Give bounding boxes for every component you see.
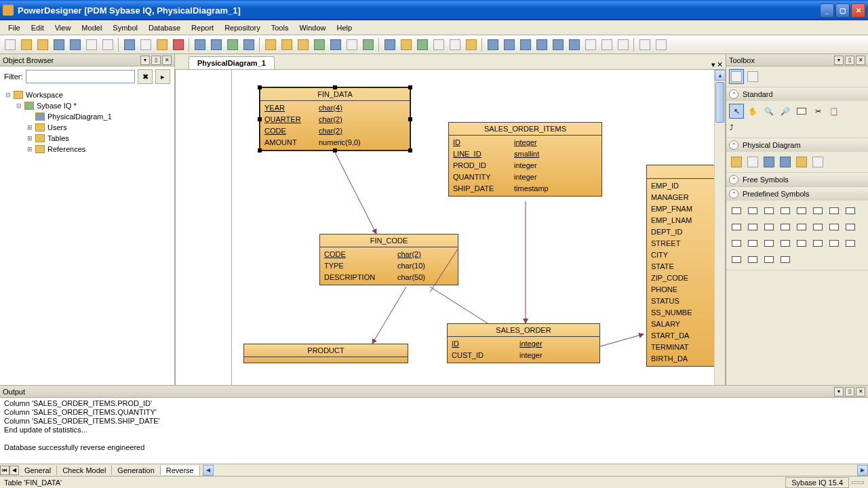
predef-shape[interactable] bbox=[745, 252, 760, 267]
tb-arrow[interactable] bbox=[464, 37, 479, 52]
tb-undo[interactable] bbox=[193, 37, 208, 52]
predef-shape[interactable] bbox=[762, 220, 776, 235]
tb-db7[interactable] bbox=[361, 37, 376, 52]
canvas-close-button[interactable]: ✕ bbox=[717, 60, 723, 69]
entity-fin-code[interactable]: FIN_CODE CODEchar(2)TYPEchar(10)DESCRIPT… bbox=[319, 234, 458, 285]
tb-new[interactable] bbox=[3, 37, 18, 52]
tbx-free-header[interactable]: ⌃Free Symbols bbox=[726, 173, 868, 186]
browser-dropdown-button[interactable]: ▾ bbox=[140, 56, 150, 65]
close-button[interactable]: ✕ bbox=[851, 3, 865, 18]
toolbox-close-button[interactable]: ✕ bbox=[856, 56, 865, 65]
tool-hand[interactable]: ✋ bbox=[745, 104, 760, 119]
tb-align1[interactable] bbox=[431, 37, 446, 52]
tb-open[interactable] bbox=[19, 37, 34, 52]
canvas-dropdown-button[interactable]: ▾ bbox=[711, 60, 715, 69]
tool-prop[interactable] bbox=[794, 104, 809, 119]
tb-open2[interactable] bbox=[35, 37, 50, 52]
tb-print[interactable] bbox=[100, 37, 115, 52]
tool-file[interactable] bbox=[810, 155, 825, 169]
entity-fin-data[interactable]: FIN_DATA YEARchar(4)QUARTERchar(2)CODEch… bbox=[260, 87, 410, 150]
predef-shape[interactable] bbox=[827, 236, 842, 251]
tbx-grid2[interactable] bbox=[745, 69, 760, 84]
predef-shape[interactable] bbox=[794, 220, 809, 235]
predef-shape[interactable] bbox=[827, 220, 842, 235]
menu-help[interactable]: Help bbox=[332, 22, 358, 33]
predef-shape[interactable] bbox=[762, 252, 776, 267]
tb-cut[interactable] bbox=[122, 37, 137, 52]
tb-saveall[interactable] bbox=[68, 37, 83, 52]
predef-shape[interactable] bbox=[843, 236, 858, 251]
entity-employee[interactable]: EMP_IDMANAGEREMP_FNAMEMP_LNAMDEPT_IDSTRE… bbox=[646, 165, 714, 367]
tbx-standard-header[interactable]: ⌃Standard bbox=[726, 87, 868, 101]
menu-file[interactable]: File bbox=[3, 22, 26, 33]
predef-shape[interactable] bbox=[729, 236, 744, 251]
output-pin-button[interactable]: ▯ bbox=[845, 387, 854, 396]
predef-shape[interactable] bbox=[762, 236, 776, 251]
menu-tools[interactable]: Tools bbox=[266, 22, 294, 33]
tb-layout5[interactable] bbox=[551, 37, 566, 52]
menu-view[interactable]: View bbox=[50, 22, 77, 33]
tb-print3[interactable] bbox=[654, 37, 669, 52]
tree-diagram[interactable]: PhysicalDiagram_1 bbox=[0, 111, 174, 122]
output-dropdown-button[interactable]: ▾ bbox=[834, 387, 844, 396]
tb-db2[interactable] bbox=[279, 37, 294, 52]
predef-shape[interactable] bbox=[810, 220, 825, 235]
tb-layout2[interactable] bbox=[502, 37, 517, 52]
otab-prev[interactable]: ◀ bbox=[9, 466, 19, 475]
otab-general[interactable]: General bbox=[19, 466, 57, 475]
tool-procedure[interactable] bbox=[794, 155, 809, 169]
predef-shape[interactable] bbox=[810, 236, 825, 251]
predef-shape[interactable] bbox=[729, 252, 744, 267]
tree-tables[interactable]: ⊞Tables bbox=[0, 133, 174, 144]
tb-impact[interactable] bbox=[399, 37, 414, 52]
predef-shape[interactable] bbox=[810, 203, 825, 218]
predef-shape[interactable] bbox=[778, 252, 793, 267]
tree-users[interactable]: ⊞Users bbox=[0, 122, 174, 133]
tb-redo[interactable] bbox=[209, 37, 224, 52]
menu-model[interactable]: Model bbox=[76, 22, 107, 33]
tb-db4[interactable] bbox=[312, 37, 327, 52]
tb-text[interactable] bbox=[415, 37, 430, 52]
entity-product[interactable]: PRODUCT bbox=[243, 344, 408, 363]
tb-db5[interactable] bbox=[328, 37, 343, 52]
predef-shape[interactable] bbox=[745, 220, 760, 235]
tb-print2[interactable] bbox=[637, 37, 652, 52]
output-hscroll[interactable]: ◀ ▶ bbox=[203, 465, 868, 476]
predef-shape[interactable] bbox=[745, 236, 760, 251]
tb-layout3[interactable] bbox=[518, 37, 533, 52]
tb-db1[interactable] bbox=[263, 37, 278, 52]
tb-layout6[interactable] bbox=[567, 37, 582, 52]
tbx-predefined-header[interactable]: ⌃Predefined Symbols bbox=[726, 187, 868, 201]
tb-find[interactable] bbox=[225, 37, 240, 52]
tb-check[interactable] bbox=[382, 37, 397, 52]
otab-generation[interactable]: Generation bbox=[112, 466, 160, 475]
tree-model[interactable]: ⊟Sybase IQ * bbox=[0, 100, 174, 111]
tool-connector[interactable]: ⤴ bbox=[729, 120, 865, 135]
vscroll-thumb[interactable] bbox=[715, 82, 724, 123]
predef-shape[interactable] bbox=[843, 220, 858, 235]
predef-shape[interactable] bbox=[778, 203, 793, 218]
entity-sales-order[interactable]: SALES_ORDER IDintegerCUST_IDinteger bbox=[447, 323, 600, 363]
tb-copy[interactable] bbox=[138, 37, 153, 52]
toolbox-pin-button[interactable]: ▯ bbox=[845, 56, 854, 65]
tbx-grid1[interactable] bbox=[729, 69, 744, 84]
filter-apply-button[interactable]: ▸ bbox=[155, 69, 170, 84]
tool-reference[interactable] bbox=[762, 155, 776, 169]
predef-shape[interactable] bbox=[729, 203, 744, 218]
menu-symbol[interactable]: Symbol bbox=[107, 22, 143, 33]
browser-pin-button[interactable]: ▯ bbox=[151, 56, 161, 65]
toolbox-dropdown-button[interactable]: ▾ bbox=[834, 56, 844, 65]
tb-layout4[interactable] bbox=[534, 37, 549, 52]
otab-first[interactable]: ⏮ bbox=[0, 466, 9, 475]
tb-db6[interactable] bbox=[344, 37, 359, 52]
canvas-tab[interactable]: PhysicalDiagram_1 bbox=[189, 56, 275, 69]
tb-paste[interactable] bbox=[155, 37, 170, 52]
menu-repository[interactable]: Repository bbox=[219, 22, 266, 33]
tb-layout1[interactable] bbox=[486, 37, 500, 52]
predef-shape[interactable] bbox=[729, 220, 744, 235]
predef-shape[interactable] bbox=[778, 236, 793, 251]
menu-report[interactable]: Report bbox=[186, 22, 219, 33]
tool-table[interactable] bbox=[729, 155, 744, 169]
menu-window[interactable]: Window bbox=[294, 22, 331, 33]
filter-input[interactable] bbox=[26, 70, 136, 83]
